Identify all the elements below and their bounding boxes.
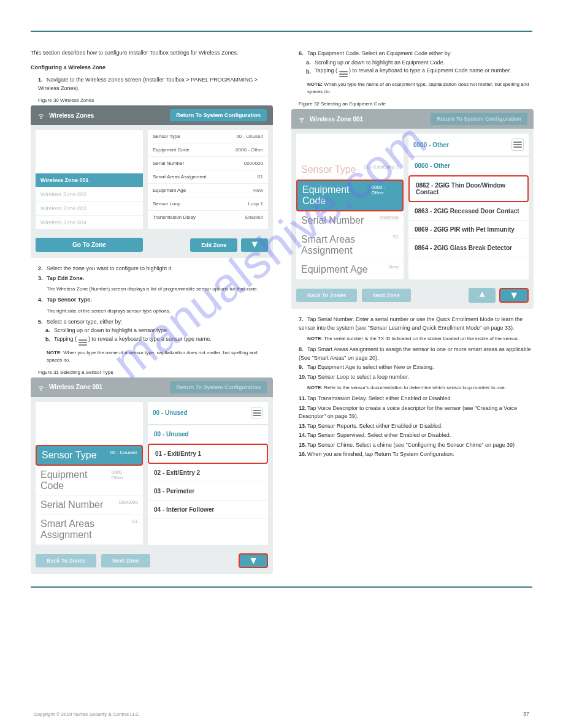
note-text: The serial number is the TX ID indicated… <box>324 336 519 341</box>
note-text: When you type the name of an equipment t… <box>307 82 529 94</box>
section-heading: Configuring a Wireless Zone <box>31 64 273 72</box>
back-button[interactable]: Back To Zones <box>36 554 96 567</box>
dropdown-option[interactable]: 02 - Exit/Entry 2 <box>148 464 268 482</box>
bottom-rule <box>31 586 532 588</box>
wifi-icon <box>37 383 45 392</box>
screenshot-equipment-code: Wireless Zone 001 Return To System Confi… <box>291 109 534 309</box>
dropdown-selected: 00 - Unused <box>153 409 188 416</box>
substep-text: Scrolling up or down to highlight an Equ… <box>315 59 445 67</box>
step-text: Tap Sensor Loop to select a loop number. <box>307 374 409 380</box>
hamburger-icon <box>339 71 348 77</box>
step-number: 11. <box>299 395 307 403</box>
step-text: Tap Sensor Type. <box>47 297 92 303</box>
zone-item[interactable]: Wireless Zone 003 <box>36 201 143 215</box>
prop-row[interactable]: Smart Areas AssignmentS1 <box>148 170 268 184</box>
scroll-down-button[interactable]: ▼ <box>239 553 268 568</box>
zone-item[interactable]: Wireless Zone 004 <box>36 215 143 229</box>
scroll-up-button[interactable]: ▲ <box>469 288 496 303</box>
step-number: 16. <box>299 450 307 459</box>
keyboard-icon[interactable] <box>251 407 263 419</box>
prop-row[interactable]: Transmission DelayEnabled <box>148 211 268 224</box>
step-text: When you are finished, tap Return To Sys… <box>307 451 454 457</box>
prop-row-equipment-code[interactable]: Equipment Code0000 - Other <box>296 180 404 211</box>
substep-label: a. <box>306 59 315 67</box>
step-number: 4. <box>38 296 47 305</box>
back-button[interactable]: Back To Zones <box>296 289 357 302</box>
dropdown-option-highlighted[interactable]: 01 - Exit/Entry 1 <box>148 444 268 464</box>
next-button[interactable]: Next Zone <box>101 554 150 567</box>
dropdown-selected: 0000 - Other <box>413 142 449 148</box>
prop-row[interactable]: Sensor Type01 - Exit/Entry 1 <box>296 161 404 180</box>
zone-list: Wireless Zone 001 Wireless Zone 002 Wire… <box>36 130 143 229</box>
next-button[interactable]: Next Zone <box>362 289 411 302</box>
return-button[interactable]: Return To System Configuration <box>170 381 267 393</box>
step-number: 13. <box>299 422 307 431</box>
return-button[interactable]: Return To System Configuration <box>431 113 527 125</box>
wifi-icon <box>297 115 306 123</box>
prop-row[interactable]: Smart Areas AssignmentS1 <box>296 230 404 260</box>
header-title: Wireless Zone 001 <box>310 116 431 123</box>
properties-panel: Sensor Type00 - Unused Equipment Code000… <box>148 130 268 229</box>
screenshot-wireless-zones: Wireless Zones Return To System Configur… <box>31 105 273 258</box>
hamburger-icon <box>79 339 87 346</box>
step-text: Tap Transmission Delay. Select either En… <box>307 395 452 401</box>
dropdown-panel: 0000 - Other 0000 - Other 0862 - 2GIG Th… <box>408 134 529 279</box>
dropdown-option[interactable]: 04 - Interior Follower <box>148 501 268 519</box>
screenshot-sensor-type: Wireless Zone 001 Return To System Confi… <box>31 377 273 574</box>
step-number: 15. <box>299 441 307 450</box>
properties-panel: Sensor Type00 - Unused Equipment Code000… <box>36 402 143 545</box>
zone-item-selected[interactable]: Wireless Zone 001 <box>36 173 143 187</box>
step-number: 1. <box>38 76 47 85</box>
step-text: Tap Voice Descriptor to create a voice d… <box>299 405 517 420</box>
dropdown-option[interactable]: 0869 - 2GIG PIR with Pet Immunity <box>408 221 529 239</box>
step-text: Tap Equipment Code. Select an Equipment … <box>307 50 452 56</box>
step-number: 2. <box>38 265 47 273</box>
keyboard-icon[interactable] <box>511 138 524 151</box>
prop-row[interactable]: Sensor Type00 - Unused <box>148 130 268 143</box>
go-to-zone-button[interactable]: Go To Zone <box>36 238 143 252</box>
figure-caption: Figure 32 Selecting an Equipment Code <box>299 100 534 108</box>
zone-item[interactable]: Wireless Zone 002 <box>36 187 143 201</box>
substep-text: Tapping ( ) to reveal a keyboard to type… <box>54 335 212 346</box>
dropdown-option[interactable]: 03 - Perimeter <box>148 482 268 501</box>
return-button[interactable]: Return To System Configuration <box>170 109 267 121</box>
prop-row[interactable]: Equipment AgeNew <box>296 260 404 279</box>
substep-label: b. <box>45 336 54 344</box>
prop-row[interactable]: Equipment AgeNew <box>148 184 268 197</box>
step-number: 9. <box>299 363 307 372</box>
scroll-down-button[interactable]: ▼ <box>241 238 268 252</box>
dropdown-option[interactable]: 00 - Unused <box>148 425 268 444</box>
prop-row[interactable]: Serial Number0000000 <box>36 496 143 515</box>
dropdown-option[interactable]: 0863 - 2GIG Recessed Door Contact <box>408 202 529 221</box>
note-text: When you type the name of a sensor type,… <box>47 350 258 363</box>
hamburger-icon <box>513 142 522 148</box>
dropdown-option[interactable]: 0000 - Other <box>408 157 529 175</box>
dropdown-option[interactable]: 0864 - 2GIG Glass Break Detector <box>408 239 529 257</box>
wifi-icon <box>37 111 45 119</box>
dropdown-option-highlighted[interactable]: 0862 - 2GIG Thin Door/Window Contact <box>408 175 529 202</box>
prop-row[interactable]: Sensor LoopLoop 1 <box>148 197 268 211</box>
prop-row[interactable]: Serial Number0000000 <box>148 157 268 170</box>
figure-caption: Figure 30 Wireless Zones <box>38 97 273 104</box>
prop-row[interactable]: Equipment Code0000 - Other <box>148 143 268 157</box>
step-text: Tap Sensor Chime. Select a chime (see "C… <box>307 442 515 448</box>
substep-text: Tapping ( ) to reveal a keyboard to type… <box>315 67 511 77</box>
prop-row[interactable]: Serial Number0000000 <box>296 211 404 230</box>
prop-row[interactable]: Equipment Code0000 - Other <box>36 466 143 496</box>
figure-caption: Figure 31 Selecting a Sensor Type <box>38 369 273 376</box>
scroll-down-button[interactable]: ▼ <box>499 288 529 303</box>
edit-zone-button[interactable]: Edit Zone <box>190 238 237 252</box>
substep-label: b. <box>306 68 315 77</box>
step-text: Select the zone you want to configure to… <box>47 265 173 271</box>
step-text: Tap Edit Zone. <box>47 275 84 281</box>
prop-row-sensor-type[interactable]: Sensor Type00 - Unused <box>36 445 143 466</box>
substep-text: Scrolling up or down to highlight a sens… <box>54 327 169 335</box>
substep-label: a. <box>45 327 54 335</box>
properties-panel: Sensor Type01 - Exit/Entry 1 Equipment C… <box>296 134 404 279</box>
step-text: Tap Sensor Reports. Select either Enable… <box>307 423 443 429</box>
prop-row[interactable]: Smart Areas AssignmentS1 <box>36 515 143 545</box>
step-note: The right side of the screen displays se… <box>47 308 273 315</box>
step-number: 7. <box>299 316 307 324</box>
step-number: 5. <box>38 318 47 327</box>
step-text: Navigate to the Wireless Zones screen (I… <box>38 77 258 91</box>
